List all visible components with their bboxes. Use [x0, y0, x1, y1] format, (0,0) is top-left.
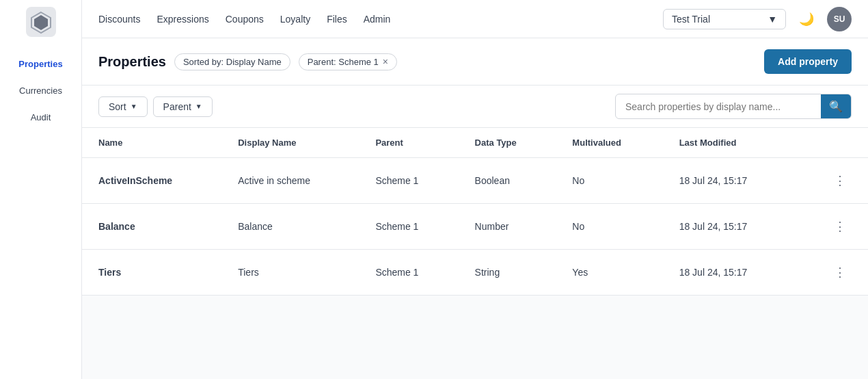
cell-multivalued: Yes	[556, 250, 662, 296]
nav-discounts[interactable]: Discounts	[98, 11, 140, 27]
nav-coupons[interactable]: Coupons	[226, 11, 264, 27]
toolbar-left: Sort ▼ Parent ▼	[98, 96, 213, 117]
cell-display-name: Tiers	[221, 250, 359, 296]
cell-data-type: String	[459, 250, 556, 296]
nav-files[interactable]: Files	[327, 11, 347, 27]
search-button[interactable]: 🔍	[821, 94, 851, 118]
add-property-button[interactable]: Add property	[764, 49, 852, 74]
col-parent: Parent	[359, 128, 458, 158]
col-actions	[795, 128, 868, 158]
page-content: Properties Sorted by: Display Name Paren…	[82, 38, 868, 379]
environment-selector[interactable]: Test Trial ▼	[663, 9, 786, 29]
cell-parent: Scheme 1	[359, 204, 458, 250]
table-row[interactable]: Tiers Tiers Scheme 1 String Yes 18 Jul 2…	[82, 250, 868, 296]
sort-filter-badge[interactable]: Sorted by: Display Name	[174, 53, 290, 70]
user-avatar[interactable]: SU	[827, 7, 852, 31]
chevron-down-icon: ▼	[768, 14, 777, 25]
properties-table: Name Display Name Parent Data Type Multi…	[82, 128, 868, 296]
cell-data-type: Boolean	[459, 158, 556, 204]
remove-filter-icon[interactable]: ×	[383, 57, 388, 66]
app-logo[interactable]	[26, 7, 56, 37]
moon-icon: 🌙	[799, 12, 814, 27]
parent-button[interactable]: Parent ▼	[153, 96, 213, 117]
cell-name: ActiveInScheme	[82, 158, 221, 204]
more-options-button[interactable]: ⋮	[828, 170, 852, 191]
sidebar-item-currencies[interactable]: Currencies	[0, 77, 81, 104]
top-navigation: Discounts Expressions Coupons Loyalty Fi…	[82, 0, 868, 38]
chevron-down-icon: ▼	[131, 103, 137, 110]
search-bar: 🔍	[615, 94, 852, 119]
sidebar-navigation: Properties Currencies Audit	[0, 51, 81, 131]
main-content: Discounts Expressions Coupons Loyalty Fi…	[82, 0, 868, 379]
sort-button[interactable]: Sort ▼	[98, 96, 148, 117]
page-header-left: Properties Sorted by: Display Name Paren…	[98, 53, 397, 70]
cell-last-modified: 18 Jul 24, 15:17	[663, 158, 795, 204]
table-header-row: Name Display Name Parent Data Type Multi…	[82, 128, 868, 158]
col-multivalued: Multivalued	[556, 128, 662, 158]
more-options-button[interactable]: ⋮	[828, 262, 852, 283]
col-last-modified: Last Modified	[663, 128, 795, 158]
toolbar: Sort ▼ Parent ▼ 🔍	[82, 86, 868, 128]
cell-multivalued: No	[556, 158, 662, 204]
chevron-down-icon: ▼	[195, 103, 202, 110]
col-name: Name	[82, 128, 221, 158]
parent-filter-badge[interactable]: Parent: Scheme 1 ×	[299, 53, 397, 70]
topnav-right: Test Trial ▼ 🌙 SU	[663, 7, 852, 31]
page-title: Properties	[98, 54, 166, 70]
search-icon: 🔍	[829, 100, 843, 113]
page-header: Properties Sorted by: Display Name Paren…	[82, 38, 868, 86]
table-row[interactable]: ActiveInScheme Active in scheme Scheme 1…	[82, 158, 868, 204]
table-row[interactable]: Balance Balance Scheme 1 Number No 18 Ju…	[82, 204, 868, 250]
cell-last-modified: 18 Jul 24, 15:17	[663, 204, 795, 250]
nav-loyalty[interactable]: Loyalty	[280, 11, 310, 27]
nav-expressions[interactable]: Expressions	[157, 11, 208, 27]
col-data-type: Data Type	[459, 128, 556, 158]
cell-display-name: Active in scheme	[221, 158, 359, 204]
cell-display-name: Balance	[221, 204, 359, 250]
nav-admin[interactable]: Admin	[364, 11, 391, 27]
cell-parent: Scheme 1	[359, 250, 458, 296]
cell-actions: ⋮	[795, 204, 868, 250]
cell-multivalued: No	[556, 204, 662, 250]
cell-actions: ⋮	[795, 250, 868, 296]
sidebar-item-audit[interactable]: Audit	[0, 104, 81, 131]
dark-mode-button[interactable]: 🌙	[794, 7, 819, 31]
sidebar-item-properties[interactable]: Properties	[0, 51, 81, 77]
cell-last-modified: 18 Jul 24, 15:17	[663, 250, 795, 296]
cell-actions: ⋮	[795, 158, 868, 204]
cell-name: Tiers	[82, 250, 221, 296]
cell-parent: Scheme 1	[359, 158, 458, 204]
cell-name: Balance	[82, 204, 221, 250]
col-display-name: Display Name	[221, 128, 359, 158]
cell-data-type: Number	[459, 204, 556, 250]
search-input[interactable]	[616, 96, 821, 118]
more-options-button[interactable]: ⋮	[828, 216, 852, 237]
env-name: Test Trial	[672, 14, 710, 25]
sidebar: Properties Currencies Audit	[0, 0, 82, 379]
nav-links: Discounts Expressions Coupons Loyalty Fi…	[98, 11, 647, 27]
